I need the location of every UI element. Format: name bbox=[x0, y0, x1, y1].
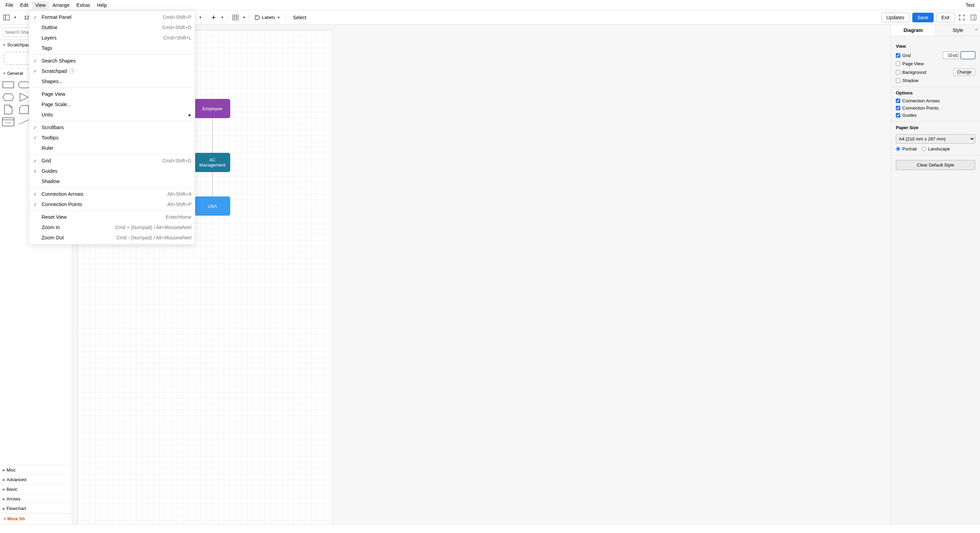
menu-item-connection-arrows[interactable]: ✓Connection ArrowsAlt+Shift+A bbox=[29, 189, 195, 199]
menu-item-label: Tooltips bbox=[41, 135, 59, 140]
change-background-button[interactable]: Change bbox=[953, 68, 975, 76]
menu-item-label: Units bbox=[41, 112, 53, 117]
menu-item-label: Grid bbox=[41, 158, 51, 163]
menu-item-connection-points[interactable]: ✓Connection PointsAlt+Shift+P bbox=[29, 199, 195, 209]
edge[interactable] bbox=[212, 118, 213, 153]
svg-rect-8 bbox=[971, 15, 976, 20]
menu-item-label: Format Panel bbox=[41, 14, 72, 20]
menu-item-label: Zoom Out bbox=[41, 235, 64, 240]
shape-line-thin[interactable] bbox=[18, 116, 30, 127]
shape-roundrect[interactable] bbox=[18, 79, 30, 90]
check-icon: ✓ bbox=[33, 69, 37, 74]
node-usa[interactable]: USA bbox=[194, 197, 230, 216]
menu-item-format-panel[interactable]: ✓Format PanelCmd+Shift+P bbox=[29, 12, 195, 22]
menu-item-label: Outline bbox=[41, 25, 57, 30]
menu-item-scratchpad[interactable]: ✓Scratchpad? bbox=[29, 66, 195, 76]
menu-item-tags[interactable]: Tags bbox=[29, 43, 195, 53]
close-icon[interactable]: × bbox=[975, 27, 978, 32]
menu-item-reset-view[interactable]: Reset ViewEnter/Home bbox=[29, 212, 195, 222]
shape-note[interactable] bbox=[2, 104, 14, 115]
menu-item-layers[interactable]: LayersCmd+Shift+L bbox=[29, 33, 195, 43]
menu-item-label: Shadow bbox=[41, 179, 59, 184]
menu-item-zoom-out[interactable]: Zoom OutCmd - (Numpad) / Alt+Mousewheel bbox=[29, 233, 195, 243]
table-icon[interactable] bbox=[231, 13, 240, 22]
basic-section[interactable]: ▶Basic bbox=[0, 484, 72, 494]
arrows-section[interactable]: ▶Arrows bbox=[0, 494, 72, 503]
shape-card[interactable] bbox=[18, 104, 30, 115]
fullscreen-icon[interactable] bbox=[957, 13, 966, 22]
shape-list[interactable]: List Item bbox=[2, 116, 14, 127]
menu-item-tooltips[interactable]: ✓Tooltips bbox=[29, 133, 195, 143]
menu-item-guides[interactable]: ✓Guides bbox=[29, 166, 195, 176]
menu-extras[interactable]: Extras bbox=[73, 1, 94, 9]
updates-button[interactable]: Updates bbox=[881, 13, 910, 22]
check-icon: ✓ bbox=[33, 169, 37, 174]
grid-size-input[interactable] bbox=[943, 52, 953, 59]
shadow-checkbox[interactable] bbox=[896, 78, 900, 83]
menu-help[interactable]: Help bbox=[94, 1, 110, 9]
menu-item-shadow[interactable]: Shadow bbox=[29, 176, 195, 187]
background-checkbox[interactable] bbox=[896, 70, 900, 75]
menu-item-scrollbars[interactable]: ✓Scrollbars bbox=[29, 122, 195, 133]
grid-checkbox[interactable] bbox=[896, 53, 900, 58]
clear-default-style-button[interactable]: Clear Default Style bbox=[896, 160, 975, 170]
guides-label: Guides bbox=[902, 113, 916, 118]
shape-rect[interactable] bbox=[2, 79, 14, 90]
conn-arrows-checkbox[interactable] bbox=[896, 98, 900, 103]
select-tool[interactable]: Select bbox=[290, 15, 310, 20]
flowchart-section[interactable]: ▶Flowchart bbox=[0, 503, 72, 513]
menu-item-zoom-in[interactable]: Zoom InCmd + (Numpad) / Alt+Mousewheel bbox=[29, 222, 195, 233]
tab-diagram[interactable]: Diagram bbox=[891, 25, 935, 36]
edge[interactable] bbox=[212, 172, 213, 197]
menu-item-grid[interactable]: ✓GridCmd+Shift+G bbox=[29, 155, 195, 166]
grid-size-spinner[interactable]: ▴▾ bbox=[956, 53, 958, 58]
submenu-arrow-icon: ▶ bbox=[189, 113, 191, 117]
menu-item-units[interactable]: Units▶ bbox=[29, 109, 195, 120]
shortcut-label: Alt+Shift+P bbox=[167, 201, 191, 207]
menu-arrange[interactable]: Arrange bbox=[49, 1, 73, 9]
shape-triangle[interactable] bbox=[18, 92, 30, 103]
svg-text:List Item: List Item bbox=[5, 122, 12, 124]
menu-item-page-scale-[interactable]: Page Scale... bbox=[29, 99, 195, 109]
shape-hexagon[interactable] bbox=[2, 92, 14, 103]
conn-points-checkbox[interactable] bbox=[896, 106, 900, 110]
format-panel-toggle-icon[interactable] bbox=[969, 13, 978, 22]
portrait-radio[interactable] bbox=[896, 147, 900, 151]
menu-item-ruler[interactable]: Ruler bbox=[29, 143, 195, 153]
pageview-checkbox[interactable] bbox=[896, 62, 900, 66]
more-shapes-button[interactable]: + More Sh bbox=[0, 513, 72, 524]
sidebar-toggle-icon[interactable] bbox=[2, 13, 11, 22]
section-label: General bbox=[7, 71, 23, 76]
add-icon[interactable]: + bbox=[209, 13, 218, 22]
shortcut-label: Cmd+Shift+L bbox=[163, 35, 191, 41]
landscape-radio[interactable] bbox=[921, 147, 926, 151]
caret-icon[interactable]: ▼ bbox=[199, 16, 202, 19]
advanced-section[interactable]: ▶Advanced bbox=[0, 474, 72, 484]
save-button[interactable]: Save bbox=[912, 13, 934, 22]
caret-icon[interactable]: ▼ bbox=[243, 16, 246, 19]
exit-button[interactable]: Exit bbox=[936, 13, 955, 22]
labels-menu[interactable]: Labels ▼ bbox=[253, 15, 282, 20]
menu-edit[interactable]: Edit bbox=[17, 1, 32, 9]
menu-item-page-view[interactable]: Page View bbox=[29, 89, 195, 99]
misc-section[interactable]: ▶Misc bbox=[0, 465, 72, 474]
menu-item-shapes-[interactable]: Shapes... bbox=[29, 76, 195, 87]
menu-item-search-shapes[interactable]: ✓Search Shapes bbox=[29, 56, 195, 66]
tab-style[interactable]: Style bbox=[935, 25, 980, 36]
menu-file[interactable]: File bbox=[2, 1, 17, 9]
node-employee[interactable]: Employee bbox=[194, 99, 230, 118]
guides-checkbox[interactable] bbox=[896, 113, 900, 117]
caret-icon[interactable]: ▼ bbox=[14, 16, 17, 19]
svg-rect-0 bbox=[4, 15, 10, 20]
paper-size-select[interactable]: A4 (210 mm x 297 mm) bbox=[896, 134, 975, 144]
menu-view[interactable]: View bbox=[32, 1, 49, 9]
section-label: Misc bbox=[6, 467, 16, 473]
svg-line-20 bbox=[19, 119, 30, 124]
menu-item-outline[interactable]: OutlineCmd+Shift+O bbox=[29, 22, 195, 33]
grid-color-swatch[interactable] bbox=[961, 52, 975, 59]
shortcut-label: Cmd+Shift+P bbox=[163, 14, 191, 20]
page-tab[interactable] bbox=[0, 528, 62, 530]
caret-icon[interactable]: ▼ bbox=[221, 16, 224, 19]
conn-arrows-label: Connection Arrows bbox=[902, 98, 940, 103]
node-ac[interactable]: AC Management bbox=[194, 153, 230, 172]
